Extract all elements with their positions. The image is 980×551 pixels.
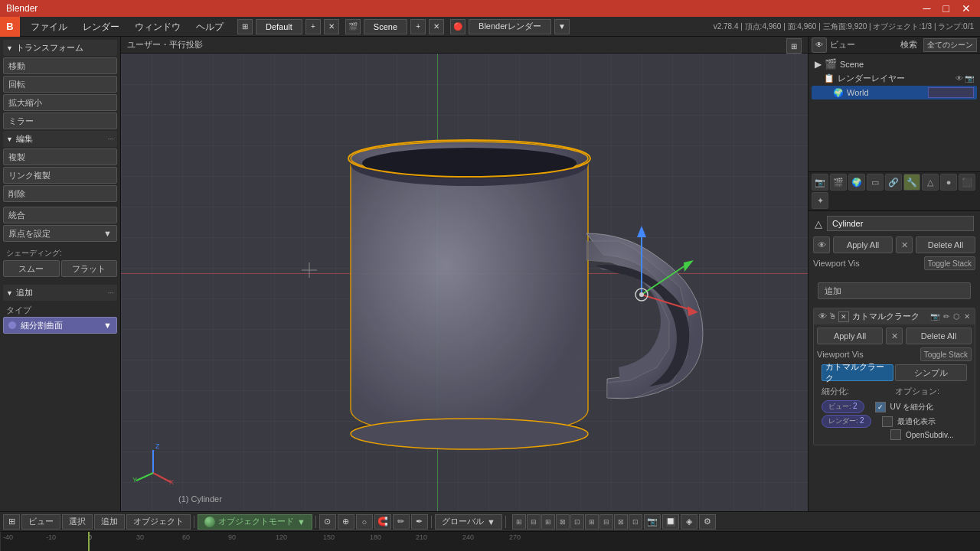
layout-name[interactable]: Default bbox=[256, 19, 302, 34]
toggle-stack-btn[interactable]: Toggle Stack bbox=[924, 256, 975, 270]
prop-tab-render[interactable]: 📷 bbox=[812, 174, 828, 191]
prop-tab-object[interactable]: ▭ bbox=[867, 174, 884, 191]
grid-btn-2[interactable]: ⊟ bbox=[527, 514, 541, 530]
add-btn[interactable]: 追加 bbox=[94, 514, 125, 530]
opensubdiv-checkbox[interactable] bbox=[890, 429, 901, 440]
prop-tab-scene[interactable]: 🎬 bbox=[830, 174, 847, 191]
timeline-ruler[interactable]: -40 -10 0 30 60 90 120 150 180 210 240 2… bbox=[0, 532, 980, 551]
layout-add[interactable]: + bbox=[305, 19, 321, 34]
uv-subdivide-checkbox[interactable] bbox=[875, 402, 886, 412]
delete-button[interactable]: 削除 bbox=[3, 185, 117, 202]
delete-icon-btn[interactable]: ✕ bbox=[896, 236, 913, 253]
restore-button[interactable]: □ bbox=[940, 2, 952, 15]
prop-tab-constraints[interactable]: 🔗 bbox=[885, 174, 902, 191]
view-btn[interactable]: ビュー bbox=[21, 514, 60, 530]
edit-header[interactable]: ▼ 編集 ··· bbox=[3, 131, 117, 147]
grid-btn-5[interactable]: ⊡ bbox=[570, 514, 584, 530]
grid-btn-3[interactable]: ⊞ bbox=[541, 514, 555, 530]
delete-all-btn[interactable]: Delete All bbox=[916, 236, 975, 253]
prop-tab-modifiers[interactable]: 🔧 bbox=[903, 174, 920, 191]
menu-help[interactable]: ヘルプ bbox=[188, 17, 231, 37]
add-header[interactable]: ▼ 追加 ··· bbox=[3, 285, 117, 301]
grid-btn-4[interactable]: ⊠ bbox=[556, 514, 570, 530]
rotate-button[interactable]: 回転 bbox=[3, 76, 117, 93]
grid-btn-1[interactable]: ⊞ bbox=[512, 514, 526, 530]
close-button[interactable]: ✕ bbox=[959, 2, 974, 15]
scene-name[interactable]: Scene bbox=[364, 19, 407, 34]
grid-btn-8[interactable]: ⊠ bbox=[614, 514, 628, 530]
mirror-button[interactable]: ミラー bbox=[3, 112, 117, 129]
layout-icon[interactable]: ⊞ bbox=[237, 19, 253, 34]
grid-btn-6[interactable]: ⊞ bbox=[585, 514, 599, 530]
subdiv-type-dropdown[interactable]: 細分割曲面 ▼ bbox=[3, 317, 117, 334]
smooth-button[interactable]: スムー bbox=[3, 260, 60, 277]
catmull-clark-tab[interactable]: カトマルクラーク bbox=[822, 364, 893, 381]
mod-toggle-stack[interactable]: Toggle Stack bbox=[920, 347, 972, 361]
outliner-world[interactable]: 🌍 World bbox=[812, 86, 977, 99]
scene-add[interactable]: + bbox=[410, 19, 426, 34]
minimize-button[interactable]: ─ bbox=[920, 2, 934, 15]
mod-apply-btn[interactable]: Apply All bbox=[817, 328, 883, 344]
layout-close[interactable]: ✕ bbox=[324, 19, 339, 34]
mod-icon-edit[interactable]: ✏ bbox=[943, 312, 949, 321]
mode-selector[interactable]: オブジェクトモード ▼ bbox=[198, 514, 312, 530]
apply-all-btn[interactable]: Apply All bbox=[833, 236, 893, 253]
fullscreen-btn[interactable]: ⊞ bbox=[786, 38, 802, 54]
mod-delete-btn[interactable]: ✕ bbox=[886, 328, 903, 344]
menu-file[interactable]: ファイル bbox=[23, 17, 75, 37]
grid-btn-9[interactable]: ⊡ bbox=[629, 514, 642, 530]
optimal-display-checkbox[interactable] bbox=[882, 416, 893, 427]
render-dropdown[interactable]: ▼ bbox=[554, 19, 570, 34]
transform-btn[interactable]: ⊕ bbox=[338, 514, 354, 530]
simple-tab[interactable]: シンプル bbox=[895, 364, 967, 381]
mod-icon-cage[interactable]: ⬡ bbox=[953, 312, 960, 321]
flat-button[interactable]: フラット bbox=[61, 260, 118, 277]
merge-button[interactable]: 統合 bbox=[3, 207, 117, 223]
shading-btn-2[interactable]: 🔲 bbox=[662, 514, 679, 530]
move-button[interactable]: 移動 bbox=[3, 57, 117, 74]
pivot-btn[interactable]: ⊙ bbox=[319, 514, 336, 530]
viewport-canvas[interactable]: Z X Y (1) Cylinder bbox=[121, 54, 808, 511]
grease-btn[interactable]: ✒ bbox=[411, 514, 428, 530]
prop-tab-data[interactable]: △ bbox=[922, 174, 939, 191]
proportional-btn[interactable]: ○ bbox=[356, 514, 373, 530]
modifier-top-bar[interactable]: 👁 🖱 ✕ カトマルクラーク 📷 ✏ ⬡ ✕ bbox=[814, 308, 975, 324]
prop-tab-particles[interactable]: ✦ bbox=[812, 192, 828, 209]
view-value-display[interactable]: ビュー: 2 bbox=[822, 400, 864, 413]
toolbar-icon[interactable]: ⊞ bbox=[3, 514, 20, 530]
prop-tab-texture[interactable]: ⬛ bbox=[959, 174, 975, 191]
global-local-btn[interactable]: グローバル ▼ bbox=[435, 514, 502, 530]
render-icon[interactable]: 🔴 bbox=[450, 19, 466, 34]
overlay-btn[interactable]: ◈ bbox=[681, 514, 697, 530]
view-icon-btn[interactable]: 👁 bbox=[812, 37, 827, 53]
mod-icon-render[interactable]: 📷 bbox=[930, 312, 939, 321]
settings-btn[interactable]: ⚙ bbox=[699, 514, 716, 530]
search-label[interactable]: 検索 bbox=[897, 39, 920, 51]
scene-close[interactable]: ✕ bbox=[429, 19, 444, 34]
outliner-scene[interactable]: ▶ 🎬 Scene bbox=[812, 57, 977, 71]
snap-btn[interactable]: 🧲 bbox=[374, 514, 391, 530]
select-btn[interactable]: 選択 bbox=[62, 514, 93, 530]
all-scenes-btn[interactable]: 全てのシーン bbox=[923, 38, 977, 52]
prop-tab-material[interactable]: ● bbox=[940, 174, 957, 191]
transform-header[interactable]: ▼ トランスフォーム bbox=[3, 40, 117, 56]
mod-enabled-toggle[interactable]: ✕ bbox=[838, 311, 849, 322]
object-name-input[interactable] bbox=[827, 216, 974, 231]
mod-delete-all-btn[interactable]: Delete All bbox=[906, 328, 972, 344]
render-engine-name[interactable]: Blenderレンダー bbox=[469, 19, 551, 34]
outliner-render-layer[interactable]: 📋 レンダーレイヤー 👁 📷 bbox=[812, 71, 977, 86]
mod-icon-delete[interactable]: ✕ bbox=[964, 312, 970, 321]
viewport[interactable]: ユーザー・平行投影 ⊞ bbox=[121, 37, 808, 511]
mod-eye-icon[interactable]: 👁 bbox=[818, 311, 827, 322]
render-value-display[interactable]: レンダー: 2 bbox=[822, 415, 871, 428]
object-btn[interactable]: オブジェクト bbox=[126, 514, 191, 530]
render-view-btn[interactable]: 📷 bbox=[644, 514, 661, 530]
blender-logo[interactable]: B bbox=[0, 17, 20, 37]
sculpt-btn[interactable]: ✏ bbox=[393, 514, 410, 530]
menu-render[interactable]: レンダー bbox=[75, 17, 127, 37]
scale-button[interactable]: 拡大縮小 bbox=[3, 94, 117, 111]
set-origin-button[interactable]: 原点を設定 ▼ bbox=[3, 225, 117, 242]
duplicate-button[interactable]: 複製 bbox=[3, 148, 117, 165]
link-duplicate-button[interactable]: リンク複製 bbox=[3, 167, 117, 184]
add-modifier-btn[interactable]: 追加 bbox=[818, 282, 971, 299]
